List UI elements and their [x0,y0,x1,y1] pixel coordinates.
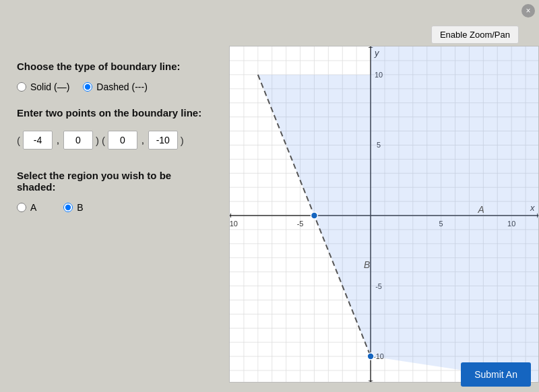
solid-label: Solid (—) [30,81,69,92]
dashed-option[interactable]: Dashed (---) [83,81,147,92]
boundary-radio-group: Solid (—) Dashed (---) [17,81,212,92]
shade-b-radio[interactable] [63,203,73,212]
dashed-radio[interactable] [83,82,92,92]
solid-radio[interactable] [17,82,26,92]
region-a-label: A [477,204,484,215]
shade-b-label: B [77,202,83,213]
shade-radio-group: A B [17,202,212,213]
shade-a-option[interactable]: A [17,202,36,213]
shade-a-radio[interactable] [17,203,26,212]
left-panel: Choose the type of boundary line: Solid … [0,47,229,226]
point1-x-input[interactable] [23,131,53,150]
close-button[interactable]: × [521,4,535,18]
solid-option[interactable]: Solid (—) [17,81,69,92]
svg-point-64 [367,353,374,360]
svg-text:-10: -10 [230,220,238,228]
svg-point-63 [311,212,317,219]
dashed-label: Dashed (---) [96,81,147,92]
open-paren-1: ( [17,135,20,146]
point2-y-input[interactable] [148,131,178,150]
region-b-label: B [364,259,370,270]
svg-text:-5: -5 [297,220,304,228]
close-paren-2: ) [181,135,184,146]
points-row: ( , ) ( , ) [17,131,212,150]
comma-1: , [57,135,59,145]
point2-x-input[interactable] [108,131,137,150]
zoom-pan-button[interactable]: Enable Zoom/Pan [431,26,519,44]
point1-y-input[interactable] [63,131,93,150]
shade-title: Select the region you wish to be shaded: [17,170,212,193]
points-title: Enter two points on the boundary line: [17,107,212,119]
close-paren-1: ) [96,135,99,146]
open-paren-2: ( [102,135,105,146]
shade-a-label: A [30,202,36,213]
submit-button[interactable]: Submit An [461,362,531,387]
boundary-title: Choose the type of boundary line: [17,61,212,72]
graph-panel: -10 -5 5 10 10 5 -5 -10 x y [229,46,539,383]
graph-svg: -10 -5 5 10 10 5 -5 -10 x y [230,46,538,382]
shade-b-option[interactable]: B [63,202,83,213]
comma-2: , [141,135,144,145]
